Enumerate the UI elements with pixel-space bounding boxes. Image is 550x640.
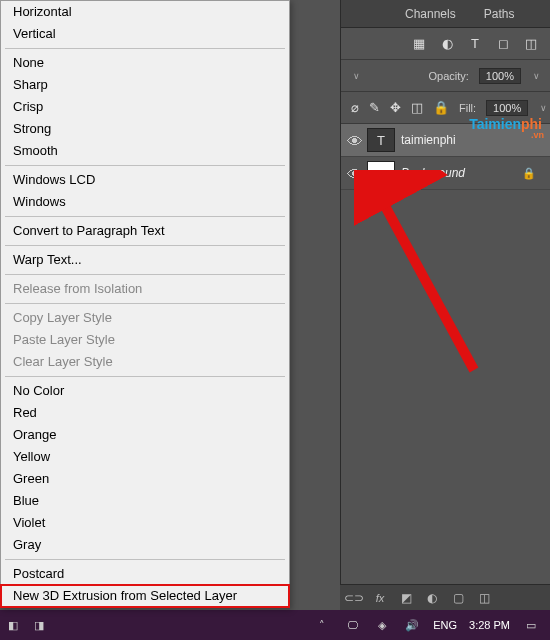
move-lock-icon[interactable]: ✥ [390,99,401,117]
pixel-filter-icon[interactable]: ▦ [410,35,428,53]
fill-label: Fill: [459,102,476,114]
taskbar-app-icon[interactable]: ◧ [4,616,22,634]
separator [5,303,285,304]
mask-icon[interactable]: ◩ [398,590,414,606]
opacity-value[interactable]: 100% [479,68,521,84]
tab-paths[interactable]: Paths [470,2,529,26]
layer-thumb-text[interactable]: T [367,128,395,152]
group-icon[interactable]: ▢ [450,590,466,606]
tray-notification-icon[interactable]: ▭ [522,616,540,634]
adjustment-icon[interactable]: ◐ [438,35,456,53]
menu-release-isolation: Release from Isolation [1,278,289,300]
separator [5,165,285,166]
layers-opacity-row: ∨ Opacity: 100% ∨ [341,60,550,92]
menu-crisp[interactable]: Crisp [1,96,289,118]
smart-filter-icon[interactable]: ◫ [522,35,540,53]
menu-none[interactable]: None [1,52,289,74]
taskbar-time[interactable]: 3:28 PM [469,619,510,631]
menu-orange[interactable]: Orange [1,424,289,446]
menu-new-3d-extrusion[interactable]: New 3D Extrusion from Selected Layer [1,585,289,607]
fill-value[interactable]: 100% [486,100,528,116]
layers-bottom-bar: ⊂⊃ fx ◩ ◐ ▢ ◫ [340,584,550,610]
tray-monitor-icon[interactable]: 🖵 [343,616,361,634]
menu-yellow[interactable]: Yellow [1,446,289,468]
adjustment-layer-icon[interactable]: ◐ [424,590,440,606]
separator [5,216,285,217]
tray-up-icon[interactable]: ˄ [313,616,331,634]
layers-lock-row: ⌀ ✎ ✥ ◫ 🔒 Fill: 100% ∨ [341,92,550,124]
tray-volume-icon[interactable]: 🔊 [403,616,421,634]
menu-postcard[interactable]: Postcard [1,563,289,585]
menu-copy-layer-style: Copy Layer Style [1,307,289,329]
link-layers-icon[interactable]: ⊂⊃ [346,590,362,606]
menu-violet[interactable]: Violet [1,512,289,534]
layer-row-text[interactable]: 👁 T taimienphi [341,124,550,157]
chevron-down-icon[interactable]: ∨ [533,71,540,81]
menu-strong[interactable]: Strong [1,118,289,140]
visibility-icon[interactable]: 👁 [347,166,361,180]
context-menu: Horizontal Vertical None Sharp Crisp Str… [0,0,290,608]
chevron-down-icon[interactable]: ∨ [540,103,547,113]
layer-row-background[interactable]: 👁 Background 🔒 [341,157,550,190]
separator [5,376,285,377]
menu-blue[interactable]: Blue [1,490,289,512]
visibility-icon[interactable]: 👁 [347,133,361,147]
layer-name[interactable]: Background [401,166,465,180]
separator [5,245,285,246]
menu-convert-paragraph[interactable]: Convert to Paragraph Text [1,220,289,242]
panel-tabs: Channels Paths [341,0,550,28]
layers-toolbar-1: ▦ ◐ T ◻ ◫ [341,28,550,60]
menu-gray[interactable]: Gray [1,534,289,556]
brush-icon[interactable]: ✎ [369,99,380,117]
menu-red[interactable]: Red [1,402,289,424]
menu-windows[interactable]: Windows [1,191,289,213]
fx-icon[interactable]: fx [372,590,388,606]
text-filter-icon[interactable]: T [466,35,484,53]
lock-icon[interactable]: 🔒 [522,167,536,180]
separator [5,274,285,275]
opacity-label: Opacity: [429,70,469,82]
menu-green[interactable]: Green [1,468,289,490]
menu-vertical[interactable]: Vertical [1,23,289,45]
menu-paste-layer-style: Paste Layer Style [1,329,289,351]
menu-no-color[interactable]: No Color [1,380,289,402]
menu-warp-text[interactable]: Warp Text... [1,249,289,271]
menu-smooth[interactable]: Smooth [1,140,289,162]
blend-mode-dropdown[interactable]: ∨ [353,71,360,81]
tab-channels[interactable]: Channels [391,2,470,26]
menu-clear-layer-style: Clear Layer Style [1,351,289,373]
separator [5,48,285,49]
shape-filter-icon[interactable]: ◻ [494,35,512,53]
menu-windows-lcd[interactable]: Windows LCD [1,169,289,191]
separator [5,559,285,560]
artboard-icon[interactable]: ◫ [411,99,423,117]
lock-icon[interactable]: 🔒 [433,99,449,117]
new-layer-icon[interactable]: ◫ [476,590,492,606]
menu-horizontal[interactable]: Horizontal [1,1,289,23]
layers-panel: Channels Paths ▦ ◐ T ◻ ◫ ∨ Opacity: 100%… [340,0,550,640]
taskbar-language[interactable]: ENG [433,619,457,631]
layer-thumb-bg[interactable] [367,161,395,185]
layer-name[interactable]: taimienphi [401,133,456,147]
windows-taskbar: ◧ ◨ ˄ 🖵 ◈ 🔊 ENG 3:28 PM ▭ [0,610,550,640]
taskbar-app-icon[interactable]: ◨ [30,616,48,634]
tray-network-icon[interactable]: ◈ [373,616,391,634]
link-icon[interactable]: ⌀ [351,99,359,117]
menu-sharp[interactable]: Sharp [1,74,289,96]
